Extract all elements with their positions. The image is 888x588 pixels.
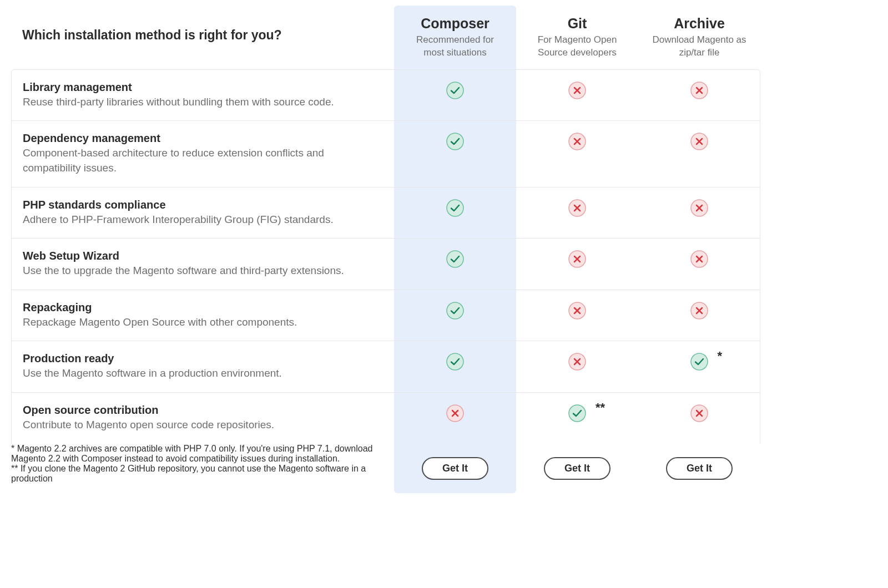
feature-desc: Use the to upgrade the Magento software … [23, 263, 383, 278]
check-icon [690, 352, 709, 371]
cross-icon [568, 199, 587, 217]
cross-icon [446, 404, 465, 423]
footnote-line: * Magento 2.2 archives are compatible wi… [11, 444, 394, 464]
feature-cell: Library managementReuse third-party libr… [11, 69, 394, 121]
check-icon [446, 81, 465, 100]
value-cell [516, 120, 638, 186]
value-cell [394, 341, 516, 392]
check-icon [446, 132, 465, 151]
value-cell: ** [516, 392, 638, 444]
value-cell [394, 290, 516, 341]
footnote-mark: ** [596, 401, 605, 415]
value-cell [394, 120, 516, 186]
value-cell [394, 238, 516, 290]
check-icon [446, 352, 465, 371]
value-cell [516, 341, 638, 392]
feature-title: Open source contribution [23, 404, 383, 417]
cross-icon [568, 250, 587, 268]
get-it-button[interactable]: Get It [544, 457, 610, 480]
value-cell [516, 238, 638, 290]
value-cell [638, 120, 760, 186]
value-cell [638, 290, 760, 341]
footnote-mark: * [718, 349, 723, 363]
feature-cell: Dependency managementComponent-based arc… [11, 120, 394, 186]
cross-icon [690, 404, 709, 423]
feature-cell: RepackagingRepackage Magento Open Source… [11, 290, 394, 341]
feature-title: Repackaging [23, 301, 383, 314]
button-cell: Get It [638, 444, 760, 493]
cross-icon [568, 81, 587, 100]
cross-icon [690, 81, 709, 100]
footnote-line: ** If you clone the Magento 2 GitHub rep… [11, 464, 394, 484]
value-cell [638, 392, 760, 444]
value-cell: * [638, 341, 760, 392]
feature-title: Web Setup Wizard [23, 250, 383, 262]
column-title: Archive [650, 16, 748, 32]
value-cell [638, 238, 760, 290]
cross-icon [690, 301, 709, 320]
column-subtitle: Download Magento as zip/tar file [650, 34, 748, 59]
cross-icon [568, 301, 587, 320]
check-icon [446, 250, 465, 268]
cross-icon [568, 132, 587, 151]
feature-cell: PHP standards complianceAdhere to PHP-Fr… [11, 187, 394, 239]
feature-title: Production ready [23, 352, 383, 365]
cross-icon [690, 250, 709, 268]
button-cell: Get It [394, 444, 516, 493]
cross-icon [690, 132, 709, 151]
feature-title: Dependency management [23, 132, 383, 145]
check-icon [446, 199, 465, 217]
feature-cell: Production readyUse the Magento software… [11, 341, 394, 392]
get-it-button[interactable]: Get It [666, 457, 733, 480]
value-cell [516, 290, 638, 341]
value-cell [394, 187, 516, 239]
feature-title: PHP standards compliance [23, 199, 383, 211]
feature-desc: Use the Magento software in a production… [23, 366, 383, 381]
check-icon [446, 301, 465, 320]
value-cell [638, 69, 760, 121]
feature-title: Library management [23, 81, 383, 94]
cross-icon [568, 352, 587, 371]
feature-desc: Repackage Magento Open Source with other… [23, 315, 383, 330]
column-title: Git [528, 16, 626, 32]
button-cell: Get It [516, 444, 638, 493]
footnotes: * Magento 2.2 archives are compatible wi… [11, 444, 394, 493]
get-it-button[interactable]: Get It [422, 457, 488, 480]
check-icon [568, 404, 587, 423]
cross-icon [690, 199, 709, 217]
value-cell [638, 187, 760, 239]
column-header: ComposerRecommended for most situations [394, 6, 516, 69]
feature-desc: Component-based architecture to reduce e… [23, 146, 383, 175]
value-cell [516, 69, 638, 121]
feature-desc: Reuse third-party libraries without bund… [23, 95, 383, 110]
column-header: GitFor Magento Open Source developers [516, 6, 638, 69]
column-subtitle: Recommended for most situations [406, 34, 504, 59]
feature-desc: Contribute to Magento open source code r… [23, 418, 383, 433]
column-subtitle: For Magento Open Source developers [528, 34, 626, 59]
column-title: Composer [406, 16, 504, 32]
feature-cell: Web Setup WizardUse the to upgrade the M… [11, 238, 394, 290]
column-header: ArchiveDownload Magento as zip/tar file [638, 6, 760, 69]
value-cell [394, 392, 516, 444]
feature-cell: Open source contributionContribute to Ma… [11, 392, 394, 444]
feature-desc: Adhere to PHP-Framework Interoperability… [23, 212, 383, 227]
page-title: Which installation method is right for y… [11, 6, 394, 69]
value-cell [394, 69, 516, 121]
value-cell [516, 187, 638, 239]
